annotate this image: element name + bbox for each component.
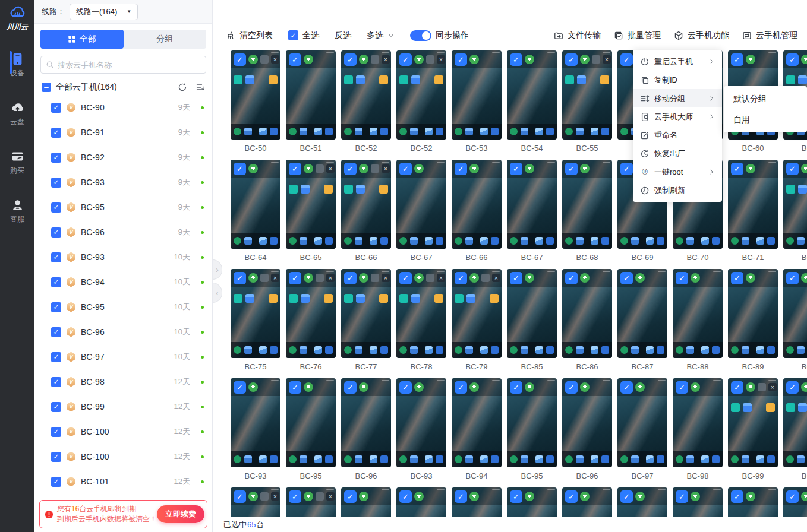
batch-manage-button[interactable]: 批量管理	[614, 30, 661, 41]
phone-card[interactable]: ✓	[507, 487, 557, 517]
sync-toggle[interactable]	[410, 30, 431, 41]
device-row[interactable]: ✓VBC-9610天	[34, 319, 212, 344]
phone-card[interactable]: ✓BC-95	[286, 378, 336, 480]
phone-card[interactable]: ✓BC-67	[396, 160, 446, 261]
renew-button[interactable]: 立即续费	[157, 505, 204, 523]
phone-thumbnail[interactable]: ✓×	[452, 269, 502, 358]
device-row[interactable]: ✓VBC-929天	[34, 145, 212, 170]
phone-thumbnail[interactable]: ✓×	[341, 50, 391, 140]
phone-card[interactable]: ✓BC-96	[341, 378, 391, 480]
device-checkbox[interactable]: ✓	[51, 103, 61, 113]
device-checkbox[interactable]: ✓	[51, 327, 61, 337]
phone-card[interactable]: ✓×BC-99	[728, 378, 778, 480]
menu-item-强制刷新[interactable]: 强制刷新	[633, 181, 722, 200]
phone-thumbnail[interactable]: ✓	[507, 160, 557, 249]
phone-thumbnail[interactable]: ✓×	[783, 160, 807, 249]
device-row[interactable]: ✓VBC-10012天	[34, 419, 212, 444]
device-row[interactable]: ✓VBC-9812天	[34, 369, 212, 394]
phone-thumbnail[interactable]: ✓	[286, 50, 336, 140]
device-checkbox[interactable]: ✓	[51, 477, 61, 487]
phone-thumbnail[interactable]: ✓	[231, 160, 280, 249]
device-row[interactable]: ✓VBC-10112天	[34, 469, 212, 494]
phone-manage-button[interactable]: 云手机管理	[742, 30, 797, 41]
phone-card[interactable]: ✓	[783, 487, 807, 517]
phone-card[interactable]: ✓×BC-50	[231, 50, 280, 152]
device-checkbox[interactable]: ✓	[51, 227, 61, 238]
clear-list-button[interactable]: 清空列表	[226, 30, 273, 41]
phone-card[interactable]: ✓	[396, 487, 446, 517]
phone-thumbnail[interactable]: ✓	[507, 378, 557, 467]
phone-thumbnail[interactable]: ✓	[452, 50, 502, 140]
phone-card[interactable]: ✓BC-	[783, 269, 807, 370]
device-checkbox[interactable]: ✓	[51, 352, 61, 362]
phone-card[interactable]: ✓	[562, 487, 612, 517]
device-row[interactable]: ✓VBC-959天	[34, 195, 212, 220]
phone-card[interactable]: ✓×BC-	[783, 160, 807, 261]
phone-card[interactable]: ✓BC-96	[562, 378, 612, 480]
device-row[interactable]: ✓VBC-9510天	[34, 294, 212, 319]
phone-thumbnail[interactable]: ✓	[728, 160, 778, 249]
file-transfer-button[interactable]: 文件传输	[554, 30, 601, 41]
menu-item-移动分组[interactable]: 移动分组	[633, 89, 722, 107]
phone-card[interactable]: ✓	[617, 487, 667, 517]
phone-card[interactable]: ✓BC-67	[507, 160, 557, 261]
phone-card[interactable]: ✓	[673, 487, 723, 517]
device-row[interactable]: ✓VBC-9912天	[34, 394, 212, 419]
search-input[interactable]	[58, 61, 201, 69]
phone-thumbnail[interactable]: ✓	[617, 378, 667, 467]
device-checkbox[interactable]: ✓	[51, 377, 61, 387]
phone-thumbnail[interactable]: ✓×	[286, 487, 336, 517]
phone-thumbnail[interactable]: ✓	[231, 378, 280, 467]
phone-thumbnail[interactable]: ✓×	[783, 378, 807, 467]
device-row[interactable]: ✓VBC-909天	[34, 95, 212, 120]
device-checkbox[interactable]: ✓	[51, 402, 61, 412]
phone-thumbnail[interactable]: ✓×	[396, 269, 446, 358]
phone-card[interactable]: ✓BC-85	[507, 269, 557, 370]
phone-card[interactable]: ✓×BC-52	[341, 50, 391, 152]
line-select[interactable]: 线路一(164) ▼	[70, 4, 138, 20]
phone-card[interactable]: ✓BC-93	[231, 378, 280, 480]
phone-card[interactable]: ✓×BC-	[783, 378, 807, 480]
phone-thumbnail[interactable]: ✓	[396, 487, 446, 517]
device-row[interactable]: ✓VBC-969天	[34, 220, 212, 245]
device-row[interactable]: ✓VBC-9310天	[34, 245, 212, 270]
phone-card[interactable]: ✓×BC-78	[396, 269, 446, 370]
phone-card[interactable]: ✓BC-71	[728, 160, 778, 261]
device-checkbox[interactable]: ✓	[51, 302, 61, 312]
phone-card[interactable]: ✓BC-64	[231, 160, 280, 261]
phone-thumbnail[interactable]: ✓	[507, 269, 557, 358]
tab-all[interactable]: 全部	[40, 30, 124, 49]
select-all-devices-checkbox[interactable]	[42, 83, 51, 92]
phone-thumbnail[interactable]: ✓×	[341, 269, 391, 358]
phone-thumbnail[interactable]: ✓	[396, 378, 446, 467]
device-checkbox[interactable]: ✓	[51, 452, 61, 462]
phone-thumbnail[interactable]: ✓×	[341, 160, 391, 249]
sidebar-item-购买[interactable]: 购买	[10, 145, 24, 180]
phone-thumbnail[interactable]: ✓	[452, 487, 502, 517]
phone-features-button[interactable]: 云手机功能	[674, 30, 729, 41]
phone-card[interactable]: ✓×	[286, 487, 336, 517]
phone-thumbnail[interactable]: ✓	[673, 269, 723, 358]
menu-item-云手机大师[interactable]: 云手机大师	[633, 107, 722, 126]
phone-thumbnail[interactable]: ✓	[562, 378, 612, 467]
phone-thumbnail[interactable]: ✓×	[231, 269, 280, 358]
device-checkbox[interactable]: ✓	[51, 252, 61, 262]
phone-thumbnail[interactable]: ✓	[562, 269, 612, 358]
phone-thumbnail[interactable]: ✓	[452, 378, 502, 467]
submenu-item-default-group[interactable]: 默认分组	[724, 88, 807, 109]
phone-card[interactable]: ✓BC-87	[617, 269, 667, 370]
phone-thumbnail[interactable]: ✓×	[396, 50, 446, 140]
phone-thumbnail[interactable]: ✓×	[286, 160, 336, 249]
device-row[interactable]: ✓VBC-939天	[34, 170, 212, 195]
phone-card[interactable]: ✓BC-54	[507, 50, 557, 152]
device-checkbox[interactable]: ✓	[51, 277, 61, 287]
phone-card[interactable]: ✓	[728, 487, 778, 517]
phone-card[interactable]: ✓×BC-52	[396, 50, 446, 152]
phone-thumbnail[interactable]: ✓	[783, 487, 807, 517]
phone-card[interactable]: ✓	[452, 487, 502, 517]
phone-thumbnail[interactable]: ✓	[286, 378, 336, 467]
phone-card[interactable]: ✓×BC-65	[286, 160, 336, 261]
tab-group[interactable]: 分组	[124, 30, 207, 49]
device-checkbox[interactable]: ✓	[51, 178, 61, 188]
phone-thumbnail[interactable]: ✓×	[562, 50, 612, 140]
